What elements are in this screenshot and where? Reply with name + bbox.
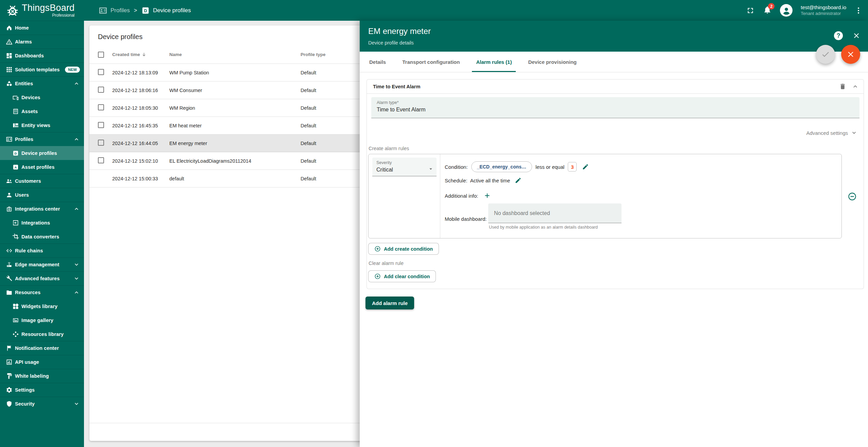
close-panel-icon[interactable] [852,32,861,40]
breadcrumb-profiles[interactable]: Profiles [99,6,130,15]
sidebar-item-alarms[interactable]: Alarms [0,35,84,49]
chevron-up-icon[interactable] [73,205,80,212]
mobile-dashboard-input[interactable] [488,203,622,223]
additional-info-label: Additional info: [445,193,478,199]
help-icon[interactable]: ? [833,31,844,41]
sidebar-item-solution-templates[interactable]: Solution templatesNEW [0,62,84,76]
sidebar-item-home[interactable]: Home [0,21,84,35]
profiles-icon [99,6,107,15]
chevron-down-icon[interactable] [73,275,80,282]
sidebar-item-label: Device profiles [21,150,57,156]
sidebar-item-entity-views[interactable]: Entity views [0,118,84,132]
sidebar-item-image-gallery[interactable]: Image gallery [0,313,84,327]
user-info: test@thingsboard.io Tenant administrator [801,4,846,16]
sidebar-item-devices[interactable]: Devices [0,90,84,104]
sidebar-item-profiles[interactable]: Profiles [0,132,84,146]
condition-value: 3 [568,162,577,172]
top-bar: ThingsBoard Professional Profiles>DDevic… [0,0,868,21]
add-create-condition-button[interactable]: Add create condition [368,243,439,255]
sidebar-item-integrations[interactable]: Integrations [0,216,84,230]
device-profile-badge-icon: D [12,150,19,157]
tab-transport-configuration[interactable]: Transport configuration [394,52,468,72]
condition-key-chip[interactable]: _ECD_energy_cons… [471,161,532,172]
sidebar-item-security[interactable]: Security [0,397,84,411]
collapse-section-icon[interactable] [852,83,859,90]
white-labeling-icon [6,373,13,379]
sidebar-item-white-labeling[interactable]: White labeling [0,369,84,383]
sidebar-item-data-converters[interactable]: Data converters [0,230,84,244]
sidebar-item-device-profiles[interactable]: DDevice profiles [0,146,84,160]
breadcrumb-device-profiles[interactable]: DDevice profiles [141,6,191,15]
sidebar-item-entities[interactable]: Entities [0,76,84,90]
kebab-menu-icon[interactable] [854,6,863,15]
row-checkbox[interactable] [98,69,104,75]
chevron-down-icon[interactable] [73,400,80,407]
sidebar-item-label: Edge management [15,262,59,267]
close-icon [846,50,855,59]
sidebar-item-edge-management[interactable]: Edge management [0,257,84,271]
remove-alarm-rule-icon[interactable] [848,192,857,201]
alarm-type-field[interactable]: Alarm type* Time to Event Alarm [371,97,860,118]
cancel-changes-fab[interactable] [841,45,860,64]
row-checkbox[interactable] [98,140,104,146]
edit-schedule-icon[interactable] [515,177,522,184]
notifications-badge: 2 [768,3,775,10]
sidebar-item-settings[interactable]: Settings [0,383,84,397]
add-alarm-rule-button[interactable]: Add alarm rule [365,297,414,309]
cell-name: EM heat meter [169,123,301,128]
sidebar-item-integrations-center[interactable]: Integrations center [0,202,84,216]
logo-title: ThingsBoard [22,3,74,13]
sidebar-item-label: Resources [15,290,40,295]
profiles-icon [6,136,13,143]
row-checkbox[interactable] [98,122,104,128]
assets-icon [12,108,19,115]
condition-row: Condition: _ECD_energy_cons… less or equ… [445,161,841,172]
sidebar-item-widgets-library[interactable]: Widgets library [0,299,84,313]
chevron-down-icon[interactable] [73,261,80,268]
solution-templates-icon [6,66,13,73]
row-checkbox[interactable] [98,104,104,110]
delete-alarm-rule-icon[interactable] [839,83,846,90]
svg-text:?: ? [837,32,840,39]
sidebar-item-users[interactable]: Users [0,188,84,202]
cell-created-time: 2024-12-12 16:44:05 [112,141,169,146]
select-all-checkbox[interactable] [98,52,104,58]
app-logo[interactable]: ThingsBoard Professional [0,3,84,18]
advanced-settings-toggle[interactable]: Advanced settings [367,129,864,136]
avatar[interactable] [780,4,793,17]
sidebar-item-api-usage[interactable]: API usage [0,355,84,369]
sidebar-item-label: Devices [21,95,40,100]
fullscreen-icon[interactable] [746,6,755,15]
data-converters-icon [12,233,19,240]
row-checkbox[interactable] [98,157,104,163]
tab-alarm-rules-1-[interactable]: Alarm rules (1) [468,52,520,72]
breadcrumb-separator: > [134,7,137,14]
sidebar-item-customers[interactable]: Customers [0,174,84,188]
sidebar-item-dashboards[interactable]: Dashboards [0,49,84,62]
sidebar-item-rule-chains[interactable]: Rule chains [0,244,84,257]
apply-changes-fab[interactable] [816,45,835,64]
add-additional-info-icon[interactable] [483,192,491,199]
chevron-up-icon[interactable] [73,80,80,87]
sidebar-item-notification-center[interactable]: Notification center [0,341,84,355]
sidebar-item-asset-profiles[interactable]: AAsset profiles [0,160,84,174]
sidebar-item-resources[interactable]: Resources [0,285,84,299]
row-checkbox[interactable] [98,87,104,93]
alarm-type-label: Alarm type* [377,100,854,105]
severity-select[interactable]: Severity Critical [372,158,437,176]
sidebar-item-label: Asset profiles [21,164,54,170]
chevron-up-icon[interactable] [73,136,80,143]
sidebar-item-assets[interactable]: Assets [0,104,84,118]
sidebar-item-resources-library[interactable]: Resources library [0,327,84,341]
column-created-time[interactable]: Created time [112,52,169,57]
sidebar-item-advanced-features[interactable]: Advanced features [0,271,84,285]
clear-alarm-rule-label: Clear alarm rule [369,261,864,266]
tab-device-provisioning[interactable]: Device provisioning [520,52,585,72]
sidebar-item-label: Solution templates [15,67,60,72]
add-clear-condition-button[interactable]: Add clear condition [368,270,436,282]
notifications-button[interactable]: 2 [763,5,772,15]
column-name[interactable]: Name [169,52,301,57]
chevron-up-icon[interactable] [73,289,80,296]
tab-details[interactable]: Details [361,52,394,72]
edit-condition-icon[interactable] [582,163,589,170]
